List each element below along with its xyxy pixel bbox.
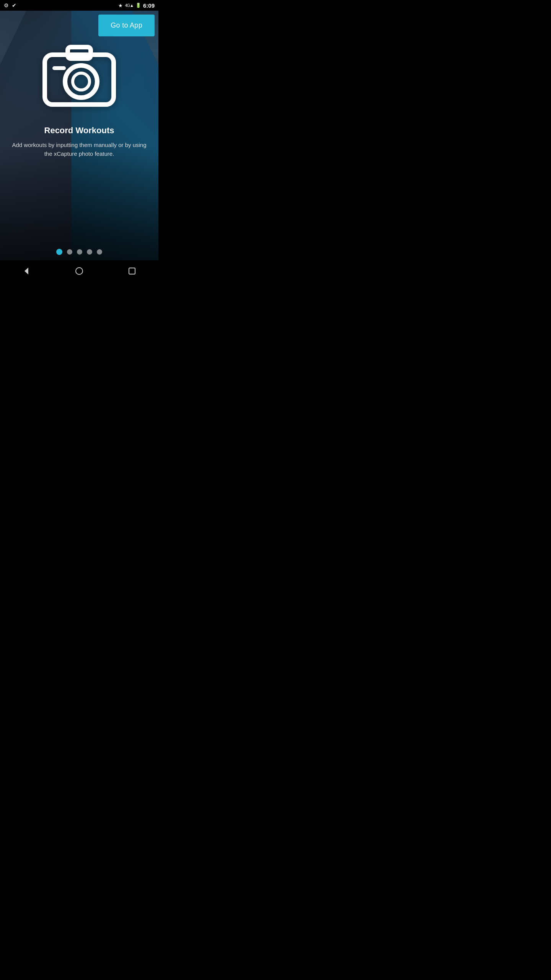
signal-4g-icon: 4G▲ (125, 3, 134, 8)
pagination-dots (0, 249, 158, 255)
status-bar: ⚙ ✔ ★ 4G▲ 🔋 6:09 (0, 0, 158, 11)
back-button[interactable] (17, 261, 36, 281)
svg-point-3 (73, 73, 90, 90)
battery-icon: 🔋 (135, 3, 141, 8)
pagination-dot-3[interactable] (77, 249, 82, 255)
camera-icon (37, 34, 121, 110)
text-section: Record Workouts Add workouts by inputtin… (0, 126, 158, 158)
settings-icon: ⚙ (4, 2, 9, 8)
main-content: Go to App Record Workouts Add workouts b… (0, 11, 158, 282)
svg-point-6 (76, 268, 83, 274)
svg-point-2 (65, 65, 97, 98)
pagination-dot-5[interactable] (97, 249, 102, 255)
page-title: Record Workouts (11, 126, 147, 136)
bluetooth-icon: ★ (118, 3, 123, 8)
camera-icon-area (33, 30, 125, 114)
status-right-icons: ★ 4G▲ 🔋 6:09 (118, 2, 155, 9)
status-time: 6:09 (143, 2, 155, 9)
page-description: Add workouts by inputting them manually … (11, 141, 147, 158)
svg-marker-5 (24, 268, 28, 274)
pagination-dot-1[interactable] (56, 249, 62, 255)
nav-bar (0, 260, 158, 282)
svg-rect-7 (129, 268, 135, 274)
go-to-app-button[interactable]: Go to App (98, 15, 155, 36)
clipboard-icon: ✔ (12, 2, 16, 8)
home-button[interactable] (70, 261, 89, 281)
recents-button[interactable] (122, 261, 142, 281)
status-left-icons: ⚙ ✔ (4, 2, 16, 8)
pagination-dot-4[interactable] (87, 249, 92, 255)
pagination-dot-2[interactable] (67, 249, 72, 255)
